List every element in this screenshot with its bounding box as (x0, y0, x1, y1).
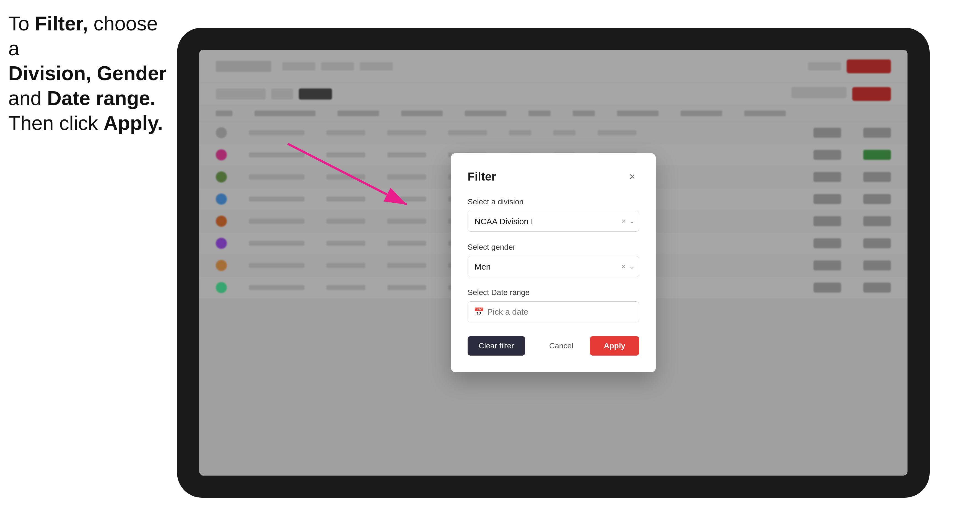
division-select[interactable]: NCAA Division I NCAA Division II NCAA Di… (468, 211, 639, 232)
filter-bold: Filter, (35, 13, 88, 35)
date-form-group: Select Date range 📅 (468, 288, 639, 322)
gender-label: Select gender (468, 243, 639, 252)
modal-close-button[interactable]: × (625, 170, 639, 184)
tablet-frame: Filter × Select a division NCAA Division… (177, 28, 930, 498)
date-input[interactable] (468, 302, 639, 322)
date-label: Select Date range (468, 288, 639, 297)
modal-footer-right: Cancel Apply (538, 336, 639, 356)
date-input-wrapper[interactable]: 📅 (468, 302, 639, 322)
gender-select[interactable]: Men Women Co-ed (468, 256, 639, 277)
division-label: Select a division (468, 197, 639, 206)
apply-bold: Apply. (103, 112, 163, 134)
filter-modal: Filter × Select a division NCAA Division… (451, 153, 656, 372)
modal-header: Filter × (468, 170, 639, 184)
date-range-bold: Date range. (47, 87, 156, 109)
gender-select-wrapper[interactable]: Men Women Co-ed × ⌄ (468, 256, 639, 277)
modal-footer: Clear filter Cancel Apply (468, 336, 639, 356)
tablet-screen: Filter × Select a division NCAA Division… (199, 50, 907, 476)
instruction-block: To Filter, choose a Division, Gender and… (8, 11, 169, 135)
division-gender-bold: Division, Gender (8, 62, 167, 84)
gender-form-group: Select gender Men Women Co-ed × ⌄ (468, 243, 639, 277)
modal-title: Filter (468, 170, 496, 183)
clear-filter-button[interactable]: Clear filter (468, 336, 525, 356)
cancel-button[interactable]: Cancel (538, 336, 584, 356)
apply-button[interactable]: Apply (590, 336, 639, 356)
division-form-group: Select a division NCAA Division I NCAA D… (468, 197, 639, 232)
division-select-wrapper[interactable]: NCAA Division I NCAA Division II NCAA Di… (468, 211, 639, 232)
